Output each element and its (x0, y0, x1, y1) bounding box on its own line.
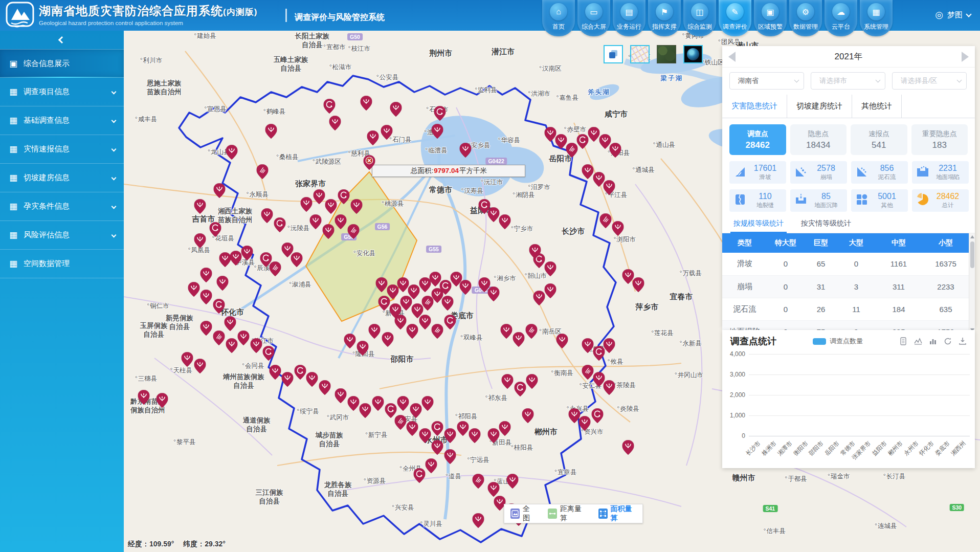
hazard-marker[interactable] (378, 296, 390, 313)
hazard-marker[interactable] (262, 346, 274, 363)
region-select-2[interactable]: 请选择市 (811, 72, 885, 90)
subtab-1[interactable]: 按规模等级统计 (733, 219, 784, 233)
eye-icon[interactable]: ◎ (935, 9, 943, 20)
hazard-marker[interactable] (488, 428, 500, 445)
hazard-marker[interactable] (394, 315, 406, 332)
nav-item-1[interactable]: ⌂首页 (542, 0, 575, 36)
hazard-marker[interactable] (257, 164, 269, 181)
hazard-marker[interactable] (300, 197, 312, 214)
hazard-marker[interactable] (600, 213, 612, 230)
hazard-marker[interactable] (213, 330, 225, 347)
satellite-layer-button[interactable] (657, 45, 676, 63)
prev-year-button[interactable] (728, 52, 736, 62)
sidebar-item-1[interactable]: ▣综合信息展示 (0, 49, 124, 78)
hazard-marker[interactable] (357, 341, 369, 358)
hazard-marker[interactable] (313, 189, 325, 206)
hazard-marker[interactable] (612, 221, 623, 238)
hazard-marker[interactable] (419, 428, 431, 445)
hazard-marker[interactable] (407, 324, 418, 341)
region-select-3[interactable]: 请选择县/区 (892, 72, 967, 90)
hazard-marker[interactable] (622, 440, 634, 457)
hazard-marker[interactable] (469, 428, 481, 445)
hazard-marker[interactable] (515, 382, 526, 399)
hazard-marker[interactable] (577, 134, 589, 151)
hazard-marker[interactable] (138, 390, 149, 407)
hazard-marker[interactable] (294, 365, 306, 382)
table-scrollbar[interactable] (969, 233, 975, 334)
hazard-marker[interactable] (213, 299, 225, 316)
sidebar-collapse-button[interactable] (0, 31, 124, 49)
hazard-marker[interactable] (434, 106, 446, 123)
hazard-marker[interactable] (281, 372, 293, 389)
hazard-marker[interactable] (157, 393, 168, 410)
hazard-marker[interactable] (425, 458, 437, 475)
sidebar-item-7[interactable]: ▦风险评估信息 (0, 221, 124, 250)
hazard-marker[interactable] (335, 388, 346, 405)
hazard-marker[interactable] (431, 440, 443, 457)
hazard-marker[interactable] (274, 217, 285, 234)
hazard-marker[interactable] (488, 207, 500, 224)
hazard-marker[interactable] (582, 338, 594, 355)
hazard-marker[interactable] (422, 396, 434, 413)
nav-item-7[interactable]: ▣区域预警 (754, 0, 787, 36)
hazard-marker[interactable] (194, 233, 206, 250)
hazard-marker[interactable] (309, 214, 321, 231)
hazard-marker[interactable] (604, 180, 615, 197)
stat-card-1[interactable]: 调查点28462 (729, 124, 786, 155)
tab-1[interactable]: 灾害隐患统计 (722, 95, 787, 118)
hazard-marker[interactable] (226, 338, 237, 355)
hazard-marker[interactable] (335, 214, 346, 231)
hazard-marker[interactable] (325, 199, 337, 216)
hazard-marker[interactable] (444, 428, 456, 445)
hazard-marker[interactable] (200, 268, 212, 284)
hazard-marker[interactable] (459, 143, 471, 160)
hazard-marker[interactable] (261, 208, 273, 225)
hazard-marker[interactable] (226, 145, 237, 162)
hazard-marker[interactable] (591, 408, 603, 425)
hazard-marker[interactable] (633, 277, 644, 294)
hazard-marker[interactable] (200, 290, 212, 306)
line-chart-icon[interactable] (914, 337, 922, 345)
hazard-marker[interactable] (181, 352, 193, 369)
hazard-marker[interactable] (410, 403, 421, 420)
hazard-marker[interactable] (578, 416, 590, 433)
data-view-icon[interactable] (899, 337, 907, 345)
hazard-marker[interactable] (238, 330, 250, 347)
hazard-marker[interactable] (473, 474, 484, 491)
nav-item-9[interactable]: ☁云平台 (825, 0, 857, 36)
hazard-marker[interactable] (413, 468, 425, 485)
scroll-up-icon[interactable] (970, 235, 974, 238)
hazard-marker[interactable] (522, 408, 534, 425)
sidebar-item-2[interactable]: ▦调查项目信息 (0, 78, 124, 106)
hazard-marker[interactable] (419, 315, 431, 332)
sidebar-item-5[interactable]: ▦切坡建房信息 (0, 164, 124, 192)
hazard-marker[interactable] (588, 127, 600, 144)
hazard-marker[interactable] (219, 252, 231, 269)
measure-distance-button[interactable]: 距离量算 (542, 504, 592, 523)
hazard-marker[interactable] (431, 421, 443, 438)
hazard-marker[interactable] (394, 415, 406, 432)
hazard-marker[interactable] (529, 244, 541, 261)
hazard-marker[interactable] (431, 324, 443, 341)
hazard-marker[interactable] (400, 296, 412, 313)
hazard-marker[interactable] (444, 449, 456, 466)
hazard-marker[interactable] (501, 374, 513, 391)
road-map-layer-button[interactable] (630, 45, 650, 63)
hazard-marker[interactable] (319, 380, 331, 397)
hazard-marker[interactable] (372, 396, 384, 413)
stat-card-4[interactable]: 重要隐患点183 (911, 124, 968, 155)
bar-chart-icon[interactable] (929, 337, 937, 345)
hazard-marker[interactable] (457, 421, 469, 438)
measure-area-button[interactable]: 面积量算 (592, 504, 642, 523)
hazard-marker[interactable] (544, 261, 556, 278)
hazard-marker[interactable] (270, 261, 281, 278)
hazard-marker[interactable] (499, 214, 510, 231)
nav-item-6[interactable]: ✎调查评价 (719, 0, 751, 36)
region-select-1[interactable]: 湖南省 (729, 72, 804, 90)
user-menu[interactable]: ◎ 梦图 (935, 9, 971, 20)
hazard-marker[interactable] (194, 359, 206, 376)
hazard-marker[interactable] (323, 224, 335, 241)
hazard-marker[interactable] (360, 96, 372, 113)
hazard-marker[interactable] (526, 374, 538, 391)
nav-item-2[interactable]: ▭综合大屏 (577, 0, 610, 36)
